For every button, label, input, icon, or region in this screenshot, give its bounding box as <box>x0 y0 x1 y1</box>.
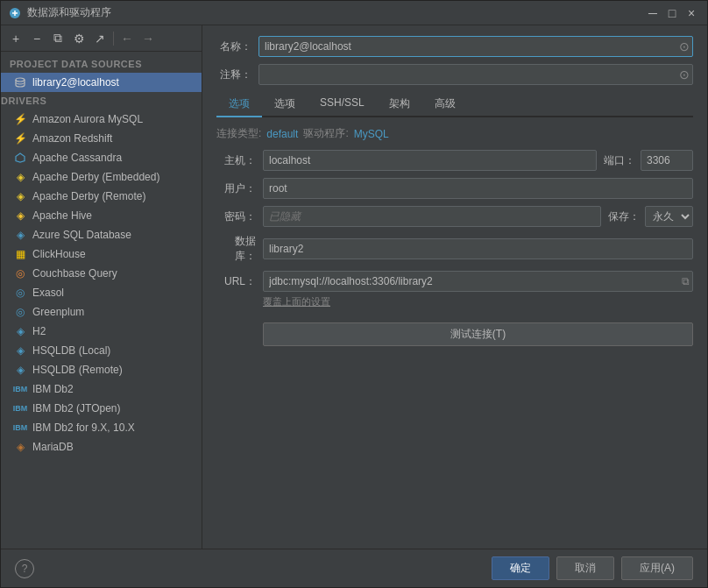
driver-label: IBM Db2 (JTOpen) <box>32 402 120 414</box>
save-label: 保存： <box>608 209 640 224</box>
driver-label: ClickHouse <box>32 248 86 260</box>
sidebar-item-apache-derby-remote[interactable]: ◈ Apache Derby (Remote) <box>1 187 202 206</box>
sidebar-item-ibm-db2-9x[interactable]: IBM IBM Db2 for 9.X, 10.X <box>1 418 202 437</box>
name-row: 名称： ⊙ <box>216 36 693 57</box>
tab-advanced[interactable]: 高级 <box>422 92 468 117</box>
port-input[interactable] <box>641 150 693 171</box>
sidebar-item-apache-cassandra[interactable]: Apache Cassandra <box>1 148 202 167</box>
save-group: 保存： 永久 会话 从不 <box>608 206 693 227</box>
name-input[interactable] <box>258 36 693 57</box>
driver-label: Greenplum <box>32 306 84 318</box>
sidebar-scroll: Project Data Sources library2@localhost … <box>1 52 202 549</box>
apply-button[interactable]: 应用(A) <box>621 556 693 580</box>
forward-button[interactable]: → <box>138 29 158 48</box>
settings-button[interactable]: ⚙ <box>69 29 88 48</box>
sidebar-toolbar: + − ⧉ ⚙ ↗ ← → <box>1 25 202 52</box>
duplicate-button[interactable]: ⧉ <box>48 29 67 48</box>
close-button[interactable]: × <box>683 4 700 22</box>
driver-type-link[interactable]: MySQL <box>354 128 389 140</box>
user-input[interactable] <box>263 178 693 199</box>
comment-clear-button[interactable]: ⊙ <box>679 67 690 81</box>
driver-label: Apache Cassandra <box>32 152 122 164</box>
svg-point-1 <box>16 78 25 81</box>
ok-button[interactable]: 确定 <box>492 556 549 580</box>
hsqldb-local-icon: ◈ <box>13 344 27 358</box>
url-input-wrap: ⧉ <box>263 271 693 292</box>
hive-icon: ◈ <box>13 209 27 223</box>
redshift-icon: ⚡ <box>13 131 27 145</box>
sidebar-item-azure-sql-database[interactable]: ◈ Azure SQL Database <box>1 225 202 244</box>
driver-label: MariaDB <box>32 441 74 453</box>
maximize-button[interactable]: □ <box>663 4 681 22</box>
sidebar-item-h2[interactable]: ◈ H2 <box>1 322 202 341</box>
name-clear-button[interactable]: ⊙ <box>679 39 690 53</box>
database-label: 数据库： <box>216 234 256 264</box>
back-button[interactable]: ← <box>117 29 137 48</box>
driver-label: H2 <box>32 325 46 337</box>
sidebar-item-amazon-aurora-mysql[interactable]: ⚡ Amazon Aurora MySQL <box>1 110 202 129</box>
ibm-db2-icon: IBM <box>13 382 27 396</box>
cancel-button[interactable]: 取消 <box>556 556 614 580</box>
connection-info: 连接类型: default 驱动程序: MySQL <box>216 126 693 141</box>
remove-button[interactable]: − <box>27 29 46 48</box>
help-button[interactable]: ? <box>15 559 34 578</box>
sidebar-item-library2[interactable]: library2@localhost <box>1 73 202 92</box>
driver-label: Amazon Aurora MySQL <box>32 113 143 125</box>
sidebar-item-label: library2@localhost <box>32 76 119 89</box>
host-input[interactable] <box>263 150 597 171</box>
sidebar-item-mariadb[interactable]: ◈ MariaDB <box>1 437 202 457</box>
sidebar-item-exasol[interactable]: ◎ Exasol <box>1 283 202 302</box>
derby-embedded-icon: ◈ <box>13 170 27 184</box>
sidebar-item-couchbase-query[interactable]: ◎ Couchbase Query <box>1 264 202 283</box>
port-label: 端口： <box>604 153 635 168</box>
sidebar-item-greenplum[interactable]: ◎ Greenplum <box>1 302 202 322</box>
driver-label: HSQLDB (Local) <box>32 344 110 357</box>
url-row: URL： ⧉ <box>216 271 693 292</box>
tab-ssh-ssl[interactable]: SSH/SSL <box>308 92 377 117</box>
sidebar-item-apache-derby-embedded[interactable]: ◈ Apache Derby (Embedded) <box>1 167 202 187</box>
title-bar: 数据源和驱动程序 ─ □ × <box>1 1 707 25</box>
test-connection-button[interactable]: 测试连接(T) <box>263 322 693 346</box>
h2-icon: ◈ <box>13 324 27 338</box>
tab-schema[interactable]: 架构 <box>377 92 422 117</box>
exasol-icon: ◎ <box>13 286 27 300</box>
port-group: 端口： <box>604 150 693 171</box>
sidebar-item-hsqldb-local[interactable]: ◈ HSQLDB (Local) <box>1 341 202 360</box>
url-input[interactable] <box>263 271 693 292</box>
url-hint[interactable]: 覆盖上面的设置 <box>263 295 693 308</box>
driver-label: IBM Db2 for 9.X, 10.X <box>32 422 135 434</box>
comment-input-wrap: ⊙ <box>258 64 693 85</box>
save-select[interactable]: 永久 会话 从不 <box>645 206 693 227</box>
connection-type-link[interactable]: default <box>266 128 298 140</box>
sidebar-item-ibm-db2-jtopen[interactable]: IBM IBM Db2 (JTOpen) <box>1 399 202 418</box>
project-section-title: Project Data Sources <box>1 52 202 73</box>
user-row: 用户： <box>216 178 693 199</box>
name-label: 名称： <box>216 39 251 54</box>
add-button[interactable]: + <box>6 29 25 48</box>
url-copy-button[interactable]: ⧉ <box>682 275 690 287</box>
ibm-db2-9x-icon: IBM <box>13 421 27 435</box>
hsqldb-remote-icon: ◈ <box>13 363 27 377</box>
bottom-bar: ? 确定 取消 应用(A) <box>1 549 707 587</box>
export-button[interactable]: ↗ <box>90 29 110 48</box>
password-input[interactable] <box>263 206 601 227</box>
tab-options1[interactable]: 选项 <box>216 92 262 117</box>
connection-type-label: 连接类型: <box>216 126 261 141</box>
database-input[interactable] <box>263 238 693 259</box>
sidebar-item-clickhouse[interactable]: ▦ ClickHouse <box>1 244 202 264</box>
sidebar-item-hsqldb-remote[interactable]: ◈ HSQLDB (Remote) <box>1 360 202 379</box>
comment-input[interactable] <box>258 64 693 85</box>
user-label: 用户： <box>216 181 256 196</box>
mariadb-icon: ◈ <box>13 440 27 454</box>
sidebar-item-ibm-db2[interactable]: IBM IBM Db2 <box>1 379 202 399</box>
driver-label: Apache Derby (Embedded) <box>32 171 159 183</box>
tab-options2[interactable]: 选项 <box>262 92 308 117</box>
minimize-button[interactable]: ─ <box>644 4 662 22</box>
driver-label: Exasol <box>32 287 64 299</box>
sidebar-item-apache-hive[interactable]: ◈ Apache Hive <box>1 206 202 225</box>
driver-label: IBM Db2 <box>32 383 74 395</box>
sidebar-item-amazon-redshift[interactable]: ⚡ Amazon Redshift <box>1 129 202 148</box>
aurora-icon: ⚡ <box>13 112 27 126</box>
main-window: 数据源和驱动程序 ─ □ × + − ⧉ ⚙ ↗ ← → Project Dat… <box>0 0 708 588</box>
driver-label: Amazon Redshift <box>32 132 112 145</box>
